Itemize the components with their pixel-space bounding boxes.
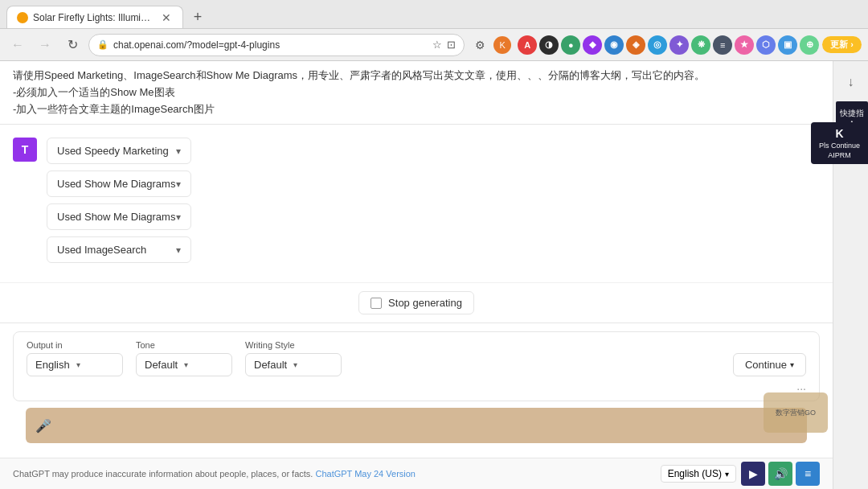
aiprm-label: AIPRM (828, 151, 851, 159)
language-select[interactable]: English (US) ▾ (661, 465, 736, 483)
plugin-chevron-3: ▾ (176, 244, 181, 256)
ext-aiprm[interactable]: A (518, 35, 537, 55)
plugin-item-1[interactable]: Used Show Me Diagrams ▾ (47, 171, 191, 197)
ext-blue2[interactable]: ◎ (648, 35, 667, 55)
tone-value: Default (145, 359, 178, 371)
plugin-label-3: Used ImageSearch (57, 244, 146, 256)
stop-checkbox (371, 298, 382, 309)
bottom-notice-text: ChatGPT may produce inaccurate informati… (13, 469, 313, 479)
aiprm-toolbar: Output in English ▾ Tone Default ▾ (0, 323, 833, 458)
plugin-item-0[interactable]: Used Speedy Marketing ▾ (47, 138, 191, 164)
ext-dark[interactable]: ◑ (539, 35, 559, 55)
action-btn-2[interactable]: 🔊 (768, 462, 792, 486)
update-button[interactable]: 更新 › (822, 36, 862, 53)
writing-style-control: Writing Style Default ▾ (245, 340, 342, 376)
tab-close-icon[interactable]: ✕ (160, 11, 173, 24)
continue-label: Continue (745, 359, 787, 371)
ext-blue1[interactable]: ◉ (604, 35, 624, 55)
bookmark-icon[interactable]: ☆ (432, 39, 442, 51)
aiprm-pls-label: Pls Continue (819, 142, 860, 150)
context-text: 请使用Speed Marketing、ImageSearch和Show Me D… (0, 61, 833, 125)
continue-button[interactable]: Continue ▾ (733, 353, 806, 376)
continue-area: Continue ▾ (733, 340, 806, 376)
writing-style-label: Writing Style (245, 340, 342, 350)
output-label: Output in (27, 340, 123, 350)
active-tab[interactable]: Solar Firefly Lights: Illuminatin... ✕ (6, 6, 183, 28)
url-text: chat.openai.com/?model=gpt-4-plugins (113, 39, 428, 51)
action-btn-1[interactable]: ▶ (741, 462, 765, 486)
plugin-label-1: Used Show Me Diagrams (57, 178, 175, 190)
bottom-lang: English (US) ▾ ▶ 🔊 ≡ (661, 462, 820, 486)
output-select[interactable]: English ▾ (27, 353, 123, 376)
options-dots[interactable]: ... (27, 380, 806, 392)
address-bar[interactable]: 🔒 chat.openai.com/?model=gpt-4-plugins ☆… (88, 34, 465, 56)
context-line1: 请使用Speed Marketing、ImageSearch和Show Me D… (13, 68, 820, 84)
plugin-chevron-2: ▾ (176, 212, 181, 223)
bottom-bar: ChatGPT may produce inaccurate informati… (0, 458, 833, 489)
cast-icon[interactable]: ⊡ (447, 39, 456, 51)
output-value: English (35, 359, 70, 371)
main-content: K Pls Continue AIPRM 请使用Speed Marketing、… (0, 61, 868, 489)
input-area: 🎤 (26, 408, 807, 443)
stop-label: Stop generating (388, 297, 462, 309)
lang-arrow-icon: ▾ (725, 470, 729, 479)
ext-gray[interactable]: ≡ (713, 35, 732, 55)
plugin-label-2: Used Show Me Diagrams (57, 211, 175, 223)
bottom-notice-link[interactable]: ChatGPT May 24 Version (315, 469, 416, 479)
back-button[interactable]: ← (6, 34, 29, 56)
aiprm-controls: Output in English ▾ Tone Default ▾ (27, 340, 806, 376)
action-btn-3[interactable]: ≡ (796, 462, 820, 486)
tab-title: Solar Firefly Lights: Illuminatin... (33, 12, 155, 23)
plugin-item-3[interactable]: Used ImageSearch ▾ (47, 236, 191, 263)
ext-mint[interactable]: ⊕ (800, 35, 819, 55)
chat-input[interactable] (58, 414, 804, 437)
bottom-action-buttons: ▶ 🔊 ≡ (741, 462, 820, 486)
plugin-chevron-1: ▾ (176, 179, 181, 190)
ext-orange[interactable]: ◈ (626, 35, 645, 55)
tone-select[interactable]: Default ▾ (136, 353, 232, 376)
browser-chrome: Solar Firefly Lights: Illuminatin... ✕ +… (0, 0, 868, 61)
writing-style-arrow-icon: ▾ (293, 360, 297, 369)
watermark-text: 数字营销GO (776, 408, 816, 418)
tone-arrow-icon: ▾ (184, 360, 188, 369)
new-tab-button[interactable]: + (186, 6, 209, 28)
scroll-down-button[interactable]: ↓ (837, 68, 866, 97)
stop-generating-button[interactable]: Stop generating (358, 291, 474, 314)
continue-arrow-icon: ▾ (790, 360, 794, 369)
context-line2: -必须加入一个适当的Show Me图表 (13, 84, 820, 101)
plugin-item-2[interactable]: Used Show Me Diagrams ▾ (47, 203, 191, 230)
writing-style-value: Default (254, 359, 287, 371)
extensions-icon[interactable]: ⚙ (469, 35, 490, 55)
chat-messages: T Used Speedy Marketing ▾ Used Show Me D… (0, 125, 833, 282)
ext-violet[interactable]: ✦ (669, 35, 689, 55)
tone-control: Tone Default ▾ (136, 340, 232, 376)
plugin-label-0: Used Speedy Marketing (57, 145, 169, 157)
ext-teal[interactable]: ❋ (691, 35, 710, 55)
writing-style-select[interactable]: Default ▾ (245, 353, 342, 376)
aiprm-toolbar-box: Output in English ▾ Tone Default ▾ (13, 331, 820, 401)
lang-value: English (US) (668, 468, 722, 479)
forward-button[interactable]: → (34, 34, 56, 56)
profile-icon[interactable]: K (493, 36, 511, 54)
toolbar-icons: ⚙ K A ◑ ● ◆ ◉ ◈ ◎ ✦ ❋ ≡ ★ ⬡ ▣ ⊕ 更新 › (469, 35, 862, 55)
refresh-button[interactable]: ↻ (61, 34, 84, 56)
ext-purple[interactable]: ◆ (583, 35, 602, 55)
extension-icons: A ◑ ● ◆ ◉ ◈ ◎ ✦ ❋ ≡ ★ ⬡ ▣ ⊕ (518, 35, 819, 55)
output-arrow-icon: ▾ (76, 360, 80, 369)
mic-button[interactable]: 🎤 (29, 411, 58, 440)
ext-indigo[interactable]: ⬡ (756, 35, 776, 55)
tab-bar: Solar Firefly Lights: Illuminatin... ✕ + (0, 0, 868, 29)
address-bar-row: ← → ↻ 🔒 chat.openai.com/?model=gpt-4-plu… (0, 29, 868, 61)
ext-green[interactable]: ● (561, 35, 580, 55)
context-line3: -加入一些符合文章主题的ImageSearch图片 (13, 101, 820, 118)
message-row: T Used Speedy Marketing ▾ Used Show Me D… (13, 138, 820, 263)
stop-generating-bar: Stop generating (0, 282, 833, 323)
lock-icon: 🔒 (97, 39, 108, 50)
watermark: 数字营销GO (764, 392, 828, 433)
aiprm-k-letter: K (835, 127, 843, 140)
tab-favicon (17, 12, 28, 23)
bottom-notice: ChatGPT may produce inaccurate informati… (13, 469, 661, 479)
ext-pink[interactable]: ★ (735, 35, 754, 55)
ext-sky[interactable]: ▣ (778, 35, 797, 55)
aiprm-kp-logo[interactable]: K Pls Continue AIPRM (811, 122, 868, 164)
